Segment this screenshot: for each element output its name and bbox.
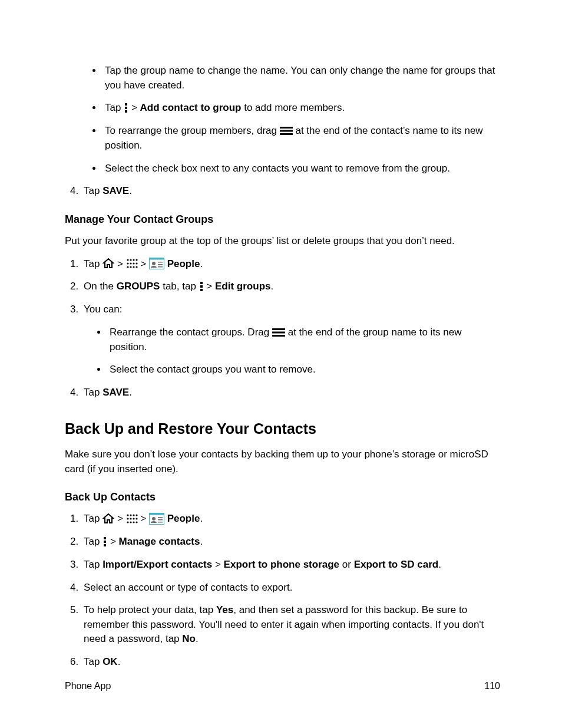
bold-text: Yes xyxy=(216,604,233,615)
svg-point-35 xyxy=(130,518,131,519)
svg-rect-1 xyxy=(125,107,127,109)
svg-rect-19 xyxy=(149,258,164,260)
people-app-icon xyxy=(149,256,164,271)
svg-rect-26 xyxy=(200,289,203,291)
body-text: Select an account or type of contacts to… xyxy=(84,582,292,593)
svg-rect-5 xyxy=(280,133,293,135)
body-text: > xyxy=(212,559,223,570)
heading-manage-groups: Manage Your Contact Groups xyxy=(65,212,500,227)
list-item: Tap > > People. xyxy=(81,512,500,526)
footer-page-number: 110 xyxy=(484,679,500,693)
svg-rect-47 xyxy=(158,522,163,523)
list-item: To rearrange the group members, drag at … xyxy=(103,124,500,153)
bold-text: Manage contacts xyxy=(119,536,200,547)
list-item: Tap > Add contact to group to add more m… xyxy=(103,101,500,116)
body-text: > xyxy=(131,102,137,113)
group-edit-steps-cont: Tap SAVE. xyxy=(65,184,500,199)
svg-point-31 xyxy=(130,514,131,516)
body-text: Select the check box next to any contact… xyxy=(105,163,450,174)
body-text: Tap xyxy=(84,536,103,547)
body-text: To help protect your data, tap xyxy=(84,604,216,615)
heading-backup-restore: Back Up and Restore Your Contacts xyxy=(65,418,500,439)
bold-text: Export to SD card xyxy=(354,559,439,570)
body-text: . xyxy=(200,513,203,524)
svg-point-40 xyxy=(133,521,134,523)
svg-point-17 xyxy=(135,266,137,268)
svg-rect-50 xyxy=(104,544,106,546)
svg-point-15 xyxy=(130,266,131,268)
svg-rect-24 xyxy=(200,282,203,284)
svg-point-8 xyxy=(133,259,134,261)
list-item: Tap > > People. xyxy=(81,257,500,272)
svg-point-38 xyxy=(127,521,128,523)
heading-backup-contacts: Back Up Contacts xyxy=(65,489,500,505)
manage-groups-steps: Tap > > People. On the GROUPS xyxy=(65,257,500,400)
bold-text: Edit groups xyxy=(215,281,270,292)
bold-text: No xyxy=(182,633,196,644)
bold-text: SAVE xyxy=(103,387,129,398)
body-text: On the xyxy=(84,281,117,292)
list-item: Tap > Manage contacts. xyxy=(81,535,500,549)
list-item: Select the check box next to any contact… xyxy=(103,162,500,176)
svg-point-44 xyxy=(152,517,156,521)
svg-rect-22 xyxy=(158,264,163,265)
list-item: Tap OK. xyxy=(81,655,500,670)
body-text: or xyxy=(339,559,354,570)
svg-point-32 xyxy=(133,514,134,516)
body-text: . xyxy=(118,656,121,667)
svg-rect-43 xyxy=(149,513,164,515)
body-text: Put your favorite group at the top of th… xyxy=(65,234,500,249)
body-text: Select the contact groups you want to re… xyxy=(110,364,316,375)
overflow-menu-icon xyxy=(124,100,128,115)
list-item: To help protect your data, tap Yes, and … xyxy=(81,603,500,647)
body-text: Tap xyxy=(84,185,103,196)
svg-rect-45 xyxy=(158,517,163,518)
svg-point-20 xyxy=(152,262,156,265)
svg-rect-46 xyxy=(158,519,163,521)
body-text: > xyxy=(140,258,146,269)
svg-rect-0 xyxy=(125,103,127,106)
page-footer: Phone App 110 xyxy=(65,679,500,693)
group-edit-bullets: Tap the group name to change the name. Y… xyxy=(65,64,500,176)
svg-point-13 xyxy=(135,263,137,265)
body-text: . xyxy=(438,559,441,570)
home-icon xyxy=(103,256,114,271)
body-text: . xyxy=(129,387,132,398)
body-text: . xyxy=(129,185,132,196)
svg-rect-2 xyxy=(125,110,127,113)
bold-text: Import/Export contacts xyxy=(103,559,212,570)
drag-handle-icon xyxy=(272,325,285,340)
body-text: You can: xyxy=(84,304,123,315)
svg-rect-27 xyxy=(272,328,285,330)
body-text: to add more members. xyxy=(244,102,345,113)
body-text: Tap xyxy=(84,559,103,570)
document-page: Tap the group name to change the name. Y… xyxy=(0,0,562,728)
svg-rect-48 xyxy=(104,537,106,539)
body-text: > xyxy=(206,281,212,292)
svg-point-9 xyxy=(135,259,137,261)
svg-point-10 xyxy=(127,263,128,265)
svg-rect-28 xyxy=(272,331,285,333)
body-text: > xyxy=(117,258,123,269)
body-text: . xyxy=(270,281,273,292)
body-text: Tap xyxy=(84,387,103,398)
svg-point-14 xyxy=(127,266,128,268)
body-text: . xyxy=(200,258,203,269)
bold-text: People xyxy=(167,258,200,269)
body-text: Tap xyxy=(84,656,103,667)
overflow-menu-icon xyxy=(199,279,204,294)
svg-rect-49 xyxy=(104,541,106,543)
svg-rect-21 xyxy=(158,262,163,263)
list-item: Rearrange the contact groups. Drag at th… xyxy=(107,325,500,354)
body-text: . xyxy=(196,633,199,644)
bold-text: People xyxy=(167,513,200,524)
body-text: > xyxy=(140,513,146,524)
svg-point-12 xyxy=(133,263,134,265)
apps-grid-icon xyxy=(126,256,138,271)
svg-point-41 xyxy=(135,521,137,523)
bold-text: OK xyxy=(103,656,118,667)
svg-point-11 xyxy=(130,263,131,265)
manage-groups-sub-bullets: Rearrange the contact groups. Drag at th… xyxy=(84,325,500,377)
list-item: Select an account or type of contacts to… xyxy=(81,581,500,595)
list-item: Tap SAVE. xyxy=(81,184,500,199)
